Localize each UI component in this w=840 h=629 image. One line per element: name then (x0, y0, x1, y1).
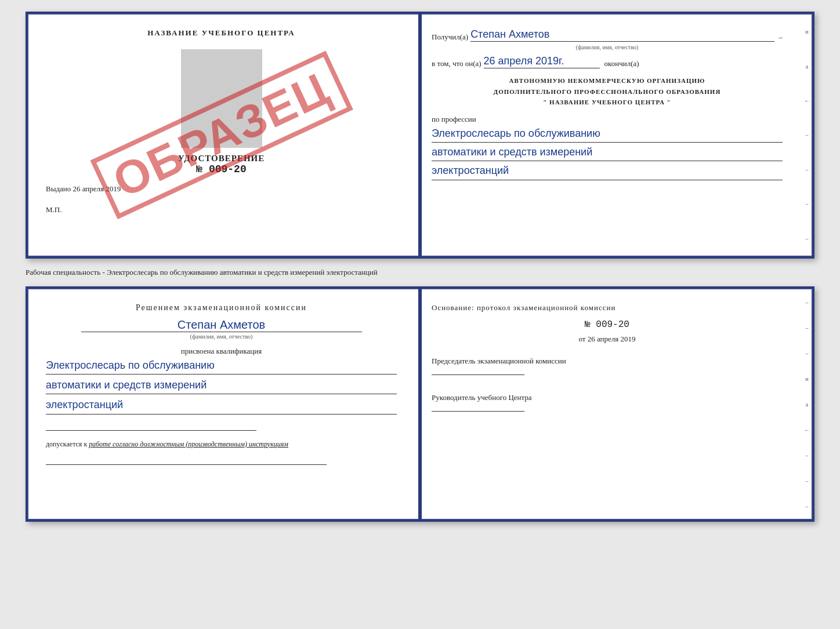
bsd5: а (806, 401, 808, 408)
sd7: – (806, 235, 809, 242)
profession-label: по профессии (432, 115, 783, 124)
chairman-sig-line (432, 375, 524, 375)
received-line: Получил(а) Степан Ахметов – (432, 28, 783, 42)
admission-italic-text: работе согласно должностным (производств… (89, 440, 288, 448)
profession-line2: автоматики и средств измерений (432, 145, 783, 161)
top-right-page: Получил(а) Степан Ахметов – (фамилия, им… (414, 13, 813, 257)
cert-center-title: НАЗВАНИЕ УЧЕБНОГО ЦЕНТРА (46, 28, 397, 38)
completed-label: окончил(а) (604, 59, 639, 68)
bottom-person-name: Степан Ахметов (81, 318, 362, 332)
bottom-signature-line (46, 419, 256, 431)
bsd9: – (806, 503, 809, 510)
sd4: – (806, 132, 809, 138)
assigned-label: присвоена квалификация (46, 347, 397, 356)
director-title: Руководитель учебного Центра (432, 392, 783, 403)
issued-date: 26 апреля 2019 (73, 184, 121, 193)
basis-label: Основание: протокол экзаменационной коми… (432, 303, 783, 312)
protocol-date-value: 26 апреля 2019 (588, 335, 636, 343)
issued-label: Выдано (46, 184, 71, 193)
qual-line2: автоматики и средств измерений (46, 378, 397, 394)
bottom-right-page: Основание: протокол экзаменационной коми… (414, 288, 813, 520)
sd1: и (805, 28, 808, 35)
commission-title: Решением экзаменационной комиссии (46, 303, 397, 312)
bottom-sig-line2 (46, 453, 327, 465)
cert-doc-number: № 009-20 (46, 163, 397, 175)
photo-placeholder (181, 49, 262, 148)
profession-line1: Электрослесарь по обслуживанию (432, 126, 783, 143)
side-dashes-bottom: – – – и а ← – – – (802, 289, 812, 519)
profession-line3: электростанций (432, 163, 783, 180)
bsd4: и (805, 376, 808, 382)
sd5: – (806, 166, 809, 173)
bsd2: – (806, 325, 809, 331)
bsd3: – (806, 350, 809, 357)
protocol-number: № 009-20 (432, 319, 783, 330)
completed-line: в том, что он(а) 26 апреля 2019г. окончи… (432, 55, 783, 68)
date-prefix: от (578, 335, 585, 343)
org-line1: АВТОНОМНУЮ НЕКОММЕРЧЕСКУЮ ОРГАНИЗАЦИЮ (432, 75, 783, 86)
cert-mp: М.П. (46, 205, 397, 214)
bsd1: – (806, 299, 809, 306)
date-completed: 26 апреля 2019г. (484, 55, 600, 68)
bsd6: ← (804, 427, 810, 433)
in-that-label: в том, что он(а) (432, 59, 481, 68)
org-line3: " НАЗВАНИЕ УЧЕБНОГО ЦЕНТРА " (432, 97, 783, 108)
director-block: Руководитель учебного Центра (432, 392, 783, 415)
org-line2: ДОПОЛНИТЕЛЬНОГО ПРОФЕССИОНАЛЬНОГО ОБРАЗО… (432, 86, 783, 97)
director-sig-line (432, 411, 524, 412)
sd6: – (806, 201, 809, 207)
org-block: АВТОНОМНУЮ НЕКОММЕРЧЕСКУЮ ОРГАНИЗАЦИЮ ДО… (432, 75, 783, 108)
qual-line3: электростанций (46, 398, 397, 414)
top-booklet: НАЗВАНИЕ УЧЕБНОГО ЦЕНТРА УДОСТОВЕРЕНИЕ №… (26, 12, 814, 259)
chairman-title: Председатель экзаменационной комиссии (432, 355, 783, 367)
protocol-date: от 26 апреля 2019 (432, 335, 783, 344)
dash-after-name: – (779, 32, 783, 42)
cert-doc-type: УДОСТОВЕРЕНИЕ (46, 154, 397, 163)
bottom-left-page: Решением экзаменационной комиссии Степан… (27, 288, 414, 520)
sd2: а (806, 63, 808, 70)
fio-label-bottom: (фамилия, имя, отчество) (46, 333, 397, 340)
bsd7: – (806, 452, 809, 459)
bottom-booklet: Решением экзаменационной комиссии Степан… (26, 286, 814, 522)
chairman-block: Председатель экзаменационной комиссии (432, 355, 783, 378)
sd3: ← (804, 97, 810, 104)
admission-text: допускается к работе согласно должностны… (46, 440, 397, 449)
qual-line1: Электрослесарь по обслуживанию (46, 358, 397, 375)
specialty-description: Рабочая специальность - Электрослесарь п… (26, 266, 814, 279)
person-name: Степан Ахметов (470, 28, 774, 42)
cert-issued-line: Выдано 26 апреля 2019 (46, 184, 397, 194)
bsd8: – (806, 478, 809, 484)
admission-prefix: допускается к (46, 440, 87, 448)
received-label: Получил(а) (432, 32, 468, 42)
top-left-page: НАЗВАНИЕ УЧЕБНОГО ЦЕНТРА УДОСТОВЕРЕНИЕ №… (27, 13, 414, 257)
side-dashes-top: и а ← – – – – (802, 14, 812, 256)
fio-label-top: (фамилия, имя, отчество) (432, 44, 783, 50)
